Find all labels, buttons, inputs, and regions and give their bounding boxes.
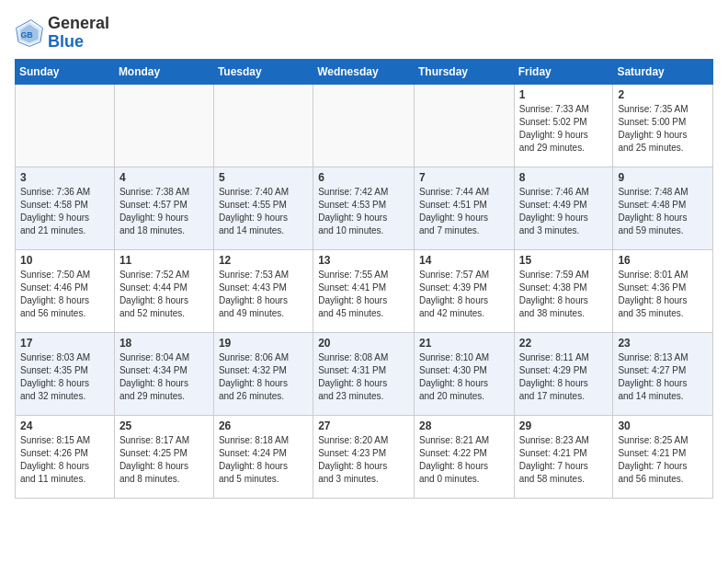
day-info: Sunrise: 8:15 AMSunset: 4:26 PMDaylight:…	[20, 434, 109, 486]
day-info: Sunrise: 8:03 AMSunset: 4:35 PMDaylight:…	[20, 351, 109, 403]
day-number: 1	[519, 88, 609, 101]
day-number: 28	[419, 419, 509, 432]
day-info: Sunrise: 8:21 AMSunset: 4:22 PMDaylight:…	[419, 434, 509, 486]
calendar-cell: 27Sunrise: 8:20 AMSunset: 4:23 PMDayligh…	[313, 415, 415, 498]
day-number: 30	[618, 419, 708, 432]
day-info: Sunrise: 7:52 AMSunset: 4:44 PMDaylight:…	[119, 269, 209, 320]
calendar-header-friday: Friday	[514, 59, 613, 84]
day-info: Sunrise: 7:48 AMSunset: 4:48 PMDaylight:…	[618, 186, 708, 237]
day-info: Sunrise: 7:35 AMSunset: 5:00 PMDaylight:…	[618, 103, 708, 155]
day-number: 22	[519, 337, 609, 350]
day-number: 29	[519, 419, 609, 432]
day-info: Sunrise: 8:04 AMSunset: 4:34 PMDaylight:…	[119, 351, 209, 403]
calendar-header-row: SundayMondayTuesdayWednesdayThursdayFrid…	[16, 59, 713, 84]
calendar-cell: 18Sunrise: 8:04 AMSunset: 4:34 PMDayligh…	[114, 332, 213, 415]
calendar-cell: 2Sunrise: 7:35 AMSunset: 5:00 PMDaylight…	[613, 84, 713, 167]
day-number: 9	[618, 171, 708, 184]
calendar-header-sunday: Sunday	[16, 59, 115, 84]
calendar-week-row: 17Sunrise: 8:03 AMSunset: 4:35 PMDayligh…	[16, 332, 713, 415]
day-info: Sunrise: 8:13 AMSunset: 4:27 PMDaylight:…	[618, 351, 708, 403]
day-number: 23	[618, 337, 708, 350]
day-number: 7	[419, 171, 509, 184]
day-number: 13	[318, 254, 409, 267]
calendar-cell: 13Sunrise: 7:55 AMSunset: 4:41 PMDayligh…	[313, 249, 415, 332]
day-number: 10	[20, 254, 109, 267]
logo-text-line1: General	[48, 15, 109, 33]
day-info: Sunrise: 8:01 AMSunset: 4:36 PMDaylight:…	[618, 269, 708, 320]
day-info: Sunrise: 8:06 AMSunset: 4:32 PMDaylight:…	[219, 351, 308, 403]
calendar-week-row: 24Sunrise: 8:15 AMSunset: 4:26 PMDayligh…	[16, 415, 713, 498]
calendar-cell: 5Sunrise: 7:40 AMSunset: 4:55 PMDaylight…	[213, 167, 313, 249]
calendar-cell: 12Sunrise: 7:53 AMSunset: 4:43 PMDayligh…	[213, 249, 313, 332]
calendar-cell	[213, 84, 313, 167]
calendar-cell: 24Sunrise: 8:15 AMSunset: 4:26 PMDayligh…	[16, 415, 115, 498]
calendar-cell: 20Sunrise: 8:08 AMSunset: 4:31 PMDayligh…	[313, 332, 415, 415]
logo-text-line2: Blue	[48, 33, 109, 52]
logo-icon: GB	[15, 18, 44, 48]
day-number: 12	[219, 254, 308, 267]
day-number: 6	[318, 171, 409, 184]
day-info: Sunrise: 7:42 AMSunset: 4:53 PMDaylight:…	[318, 186, 409, 237]
svg-text:GB: GB	[20, 30, 32, 40]
calendar-body: 1Sunrise: 7:33 AMSunset: 5:02 PMDaylight…	[16, 84, 713, 498]
day-info: Sunrise: 7:59 AMSunset: 4:38 PMDaylight:…	[519, 269, 609, 320]
header: GB General Blue	[15, 15, 713, 52]
day-info: Sunrise: 8:20 AMSunset: 4:23 PMDaylight:…	[318, 434, 409, 486]
calendar-table: SundayMondayTuesdayWednesdayThursdayFrid…	[15, 59, 713, 499]
calendar-cell: 17Sunrise: 8:03 AMSunset: 4:35 PMDayligh…	[16, 332, 115, 415]
calendar-cell: 29Sunrise: 8:23 AMSunset: 4:21 PMDayligh…	[514, 415, 613, 498]
calendar-cell: 16Sunrise: 8:01 AMSunset: 4:36 PMDayligh…	[613, 249, 713, 332]
calendar-header-wednesday: Wednesday	[313, 59, 415, 84]
day-number: 14	[419, 254, 509, 267]
day-info: Sunrise: 7:38 AMSunset: 4:57 PMDaylight:…	[119, 186, 209, 237]
calendar-cell: 22Sunrise: 8:11 AMSunset: 4:29 PMDayligh…	[514, 332, 613, 415]
day-number: 27	[318, 419, 409, 432]
logo: GB General Blue	[15, 15, 109, 52]
calendar-cell: 26Sunrise: 8:18 AMSunset: 4:24 PMDayligh…	[213, 415, 313, 498]
day-info: Sunrise: 7:33 AMSunset: 5:02 PMDaylight:…	[519, 103, 609, 155]
day-info: Sunrise: 7:46 AMSunset: 4:49 PMDaylight:…	[519, 186, 609, 237]
calendar-cell: 15Sunrise: 7:59 AMSunset: 4:38 PMDayligh…	[514, 249, 613, 332]
calendar-cell: 8Sunrise: 7:46 AMSunset: 4:49 PMDaylight…	[514, 167, 613, 249]
day-number: 20	[318, 337, 409, 350]
calendar-cell: 11Sunrise: 7:52 AMSunset: 4:44 PMDayligh…	[114, 249, 213, 332]
calendar-cell: 9Sunrise: 7:48 AMSunset: 4:48 PMDaylight…	[613, 167, 713, 249]
day-number: 24	[20, 419, 109, 432]
day-info: Sunrise: 7:50 AMSunset: 4:46 PMDaylight:…	[20, 269, 109, 320]
day-number: 15	[519, 254, 609, 267]
day-number: 21	[419, 337, 509, 350]
calendar-cell: 6Sunrise: 7:42 AMSunset: 4:53 PMDaylight…	[313, 167, 415, 249]
calendar-week-row: 3Sunrise: 7:36 AMSunset: 4:58 PMDaylight…	[16, 167, 713, 249]
day-info: Sunrise: 7:55 AMSunset: 4:41 PMDaylight:…	[318, 269, 409, 320]
calendar-header-thursday: Thursday	[414, 59, 514, 84]
day-info: Sunrise: 8:11 AMSunset: 4:29 PMDaylight:…	[519, 351, 609, 403]
calendar-cell	[114, 84, 213, 167]
day-info: Sunrise: 8:08 AMSunset: 4:31 PMDaylight:…	[318, 351, 409, 403]
day-info: Sunrise: 7:36 AMSunset: 4:58 PMDaylight:…	[20, 186, 109, 237]
day-info: Sunrise: 8:17 AMSunset: 4:25 PMDaylight:…	[119, 434, 209, 486]
day-number: 17	[20, 337, 109, 350]
calendar-cell: 7Sunrise: 7:44 AMSunset: 4:51 PMDaylight…	[414, 167, 514, 249]
day-number: 4	[119, 171, 209, 184]
calendar-week-row: 10Sunrise: 7:50 AMSunset: 4:46 PMDayligh…	[16, 249, 713, 332]
calendar-cell	[313, 84, 415, 167]
calendar-cell: 14Sunrise: 7:57 AMSunset: 4:39 PMDayligh…	[414, 249, 514, 332]
day-number: 8	[519, 171, 609, 184]
day-info: Sunrise: 8:10 AMSunset: 4:30 PMDaylight:…	[419, 351, 509, 403]
calendar-cell: 3Sunrise: 7:36 AMSunset: 4:58 PMDaylight…	[16, 167, 115, 249]
day-info: Sunrise: 8:23 AMSunset: 4:21 PMDaylight:…	[519, 434, 609, 486]
calendar-cell: 4Sunrise: 7:38 AMSunset: 4:57 PMDaylight…	[114, 167, 213, 249]
day-info: Sunrise: 7:40 AMSunset: 4:55 PMDaylight:…	[219, 186, 308, 237]
day-number: 19	[219, 337, 308, 350]
calendar-cell	[414, 84, 514, 167]
day-info: Sunrise: 8:18 AMSunset: 4:24 PMDaylight:…	[219, 434, 308, 486]
calendar-cell: 1Sunrise: 7:33 AMSunset: 5:02 PMDaylight…	[514, 84, 613, 167]
day-info: Sunrise: 7:53 AMSunset: 4:43 PMDaylight:…	[219, 269, 308, 320]
day-number: 5	[219, 171, 308, 184]
day-number: 25	[119, 419, 209, 432]
calendar-header-saturday: Saturday	[613, 59, 713, 84]
day-info: Sunrise: 7:44 AMSunset: 4:51 PMDaylight:…	[419, 186, 509, 237]
calendar-cell: 25Sunrise: 8:17 AMSunset: 4:25 PMDayligh…	[114, 415, 213, 498]
calendar-cell: 23Sunrise: 8:13 AMSunset: 4:27 PMDayligh…	[613, 332, 713, 415]
day-number: 16	[618, 254, 708, 267]
